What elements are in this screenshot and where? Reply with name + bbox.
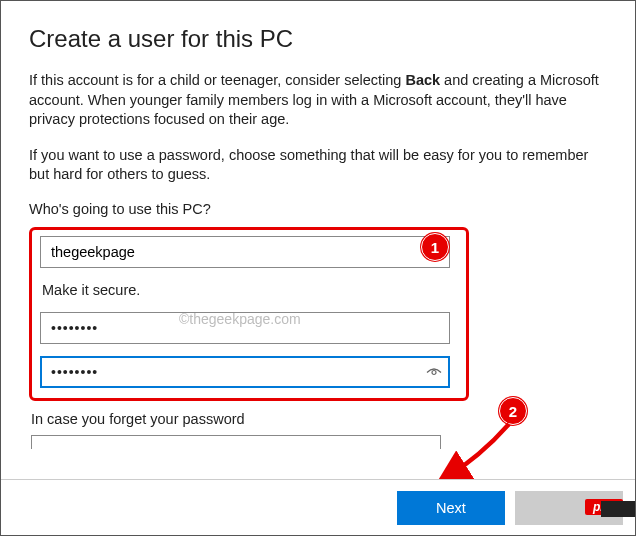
reveal-password-icon[interactable] <box>426 363 442 380</box>
svg-point-0 <box>432 370 436 374</box>
password-hint-text: If you want to use a password, choose so… <box>29 146 607 185</box>
page-title: Create a user for this PC <box>29 25 607 53</box>
who-uses-label: Who's going to use this PC? <box>29 201 607 217</box>
security-question-input-partial[interactable] <box>31 435 441 449</box>
intro-part1: If this account is for a child or teenag… <box>29 72 405 88</box>
intro-bold: Back <box>405 72 440 88</box>
password-wrap: •••••••• <box>40 312 450 344</box>
intro-text: If this account is for a child or teenag… <box>29 71 607 130</box>
annotation-callout-2: 2 <box>499 397 527 425</box>
annotation-callout-1: 1 <box>421 233 449 261</box>
confirm-password-input[interactable]: •••••••• <box>40 356 450 388</box>
next-button[interactable]: Next <box>397 491 505 525</box>
dark-strip <box>601 501 635 517</box>
username-input[interactable] <box>40 236 450 268</box>
confirm-password-wrap: •••••••• <box>40 356 450 388</box>
make-secure-label: Make it secure. <box>42 282 458 298</box>
input-highlight-group: Make it secure. •••••••• •••••••• <box>29 227 469 401</box>
password-input[interactable]: •••••••• <box>40 312 450 344</box>
footer-bar: Next <box>1 479 635 535</box>
